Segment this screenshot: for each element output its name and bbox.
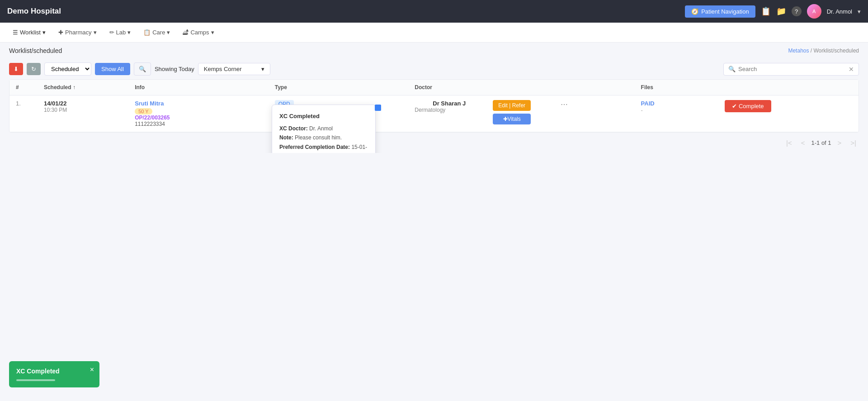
doctor-name[interactable]: Dr. Anmol — [827, 8, 852, 15]
show-all-button[interactable]: Show All — [95, 63, 130, 75]
search-icon: 🔍 — [728, 66, 736, 72]
avatar: A — [807, 4, 821, 19]
refresh-button[interactable]: ↻ — [27, 63, 41, 75]
complete-button[interactable]: ✔ Complete — [725, 100, 771, 112]
breadcrumb-current: Worklist/scheduled — [814, 48, 859, 54]
col-header-type: Type — [269, 80, 409, 95]
pagination-first-button[interactable]: |< — [783, 138, 795, 148]
col-header-hash: # — [9, 80, 38, 95]
worklist-arrow-icon: ▾ — [42, 29, 46, 36]
sidebar-item-worklist[interactable]: ☰ Worklist ▾ — [7, 26, 51, 38]
worklist-table-container: # Scheduled ↑ Info Type Doctor Files 1. — [9, 79, 859, 133]
phone: 1112223334 — [135, 121, 262, 127]
showing-today-label: Showing Today — [155, 66, 194, 72]
age-badge: 50 Y — [135, 108, 152, 115]
popup-xc-doctor: XC Doctor: Dr. Anmol — [279, 124, 368, 133]
scheduled-time: 10:30 PM — [44, 107, 122, 113]
popup-note: Note: Please consult him. — [279, 133, 368, 142]
folder-icon[interactable]: 📁 — [776, 6, 786, 16]
camps-icon: 🏕 — [183, 29, 189, 36]
pagination-next-button[interactable]: > — [835, 138, 844, 148]
complete-cell: ✔ Complete — [718, 95, 859, 132]
pagination-prev-button[interactable]: < — [798, 138, 808, 148]
status-select[interactable]: Scheduled — [44, 62, 91, 76]
sidebar-item-pharmacy[interactable]: ✚ Pharmacy ▾ — [53, 26, 102, 38]
paid-label: PAID — [641, 100, 712, 107]
care-arrow-icon: ▾ — [167, 29, 170, 36]
page-title: Worklist/scheduled — [9, 47, 62, 54]
breadcrumb-right: Metahos / Worklist/scheduled — [788, 48, 859, 54]
sub-navigation: ☰ Worklist ▾ ✚ Pharmacy ▾ ✏ Lab ▾ 📋 Care… — [0, 23, 868, 43]
sort-icon: ↑ — [73, 84, 75, 91]
patient-name[interactable]: Sruti Mitra — [135, 100, 262, 107]
toolbar: ⬇ ↻ Scheduled Show All 🔍 Showing Today K… — [0, 59, 868, 79]
files-cell: PAID - — [635, 95, 719, 132]
sidebar-item-lab[interactable]: ✏ Lab ▾ — [104, 26, 137, 38]
topnav-right: 🧭 Patient Navigation 📋 📁 ? A Dr. Anmol ▾ — [685, 4, 861, 19]
bookmark-icon[interactable]: 📋 — [761, 6, 771, 16]
col-header-scheduled[interactable]: Scheduled ↑ — [38, 80, 128, 95]
location-selector[interactable]: Kemps Corner ▾ — [198, 63, 270, 75]
search-input[interactable] — [738, 66, 849, 72]
scheduled-cell: 14/01/22 10:30 PM — [38, 95, 128, 132]
pagination: |< < 1-1 of 1 > >| — [0, 133, 868, 153]
speciality: Dermatology — [415, 107, 466, 113]
pharmacy-icon: ✚ — [58, 29, 63, 36]
search-box: 🔍 ✕ — [723, 63, 859, 76]
scheduled-date: 14/01/22 — [44, 100, 122, 107]
op-id[interactable]: OP/22/003265 — [135, 115, 262, 121]
sidebar-item-care[interactable]: 📋 Care ▾ — [138, 26, 175, 38]
more-options-button[interactable]: ⋯ — [558, 100, 571, 109]
camps-arrow-icon: ▾ — [211, 29, 214, 36]
table-scroll: # Scheduled ↑ Info Type Doctor Files 1. — [9, 80, 859, 132]
worklist-icon: ☰ — [13, 29, 18, 36]
top-navigation: Demo Hospital 🧭 Patient Navigation 📋 📁 ?… — [0, 0, 868, 23]
col-header-doctor: Doctor — [408, 80, 634, 95]
close-icon[interactable]: ✕ — [849, 66, 854, 73]
pagination-last-button[interactable]: >| — [848, 138, 859, 148]
lab-arrow-icon: ▾ — [127, 29, 131, 36]
col-header-actions — [718, 80, 859, 95]
export-button[interactable]: ⬇ — [9, 63, 23, 75]
popup-preferred-date: Preferred Completion Date: 15-01-2022 — [279, 143, 368, 153]
col-header-info: Info — [128, 80, 269, 95]
location-dropdown-icon: ▾ — [261, 66, 264, 72]
doctor-name-cell: Dr Sharan J — [433, 100, 466, 107]
vitals-button[interactable]: ✚Vitals — [493, 114, 531, 124]
breadcrumb-home-link[interactable]: Metahos — [788, 48, 809, 54]
table-row: 1. 14/01/22 10:30 PM Sruti Mitra 50 Y OP… — [9, 95, 859, 132]
row-number: 1. — [9, 95, 38, 132]
search-filter-button[interactable]: 🔍 — [134, 62, 151, 76]
help-icon[interactable]: ? — [792, 6, 802, 16]
pagination-info: 1-1 of 1 — [811, 139, 831, 146]
doctor-dropdown-icon[interactable]: ▾ — [858, 8, 861, 15]
doctor-cell: Dr Sharan J Dermatology Edit | Refer ✚Vi… — [408, 95, 634, 132]
sidebar-item-camps[interactable]: 🏕 Camps ▾ — [177, 26, 219, 38]
breadcrumb: Worklist/scheduled Metahos / Worklist/sc… — [0, 43, 868, 59]
app-title: Demo Hospital — [7, 7, 61, 16]
care-icon: 📋 — [143, 29, 151, 36]
blue-indicator — [375, 105, 381, 111]
worklist-table: # Scheduled ↑ Info Type Doctor Files 1. — [9, 80, 859, 132]
patient-navigation-button[interactable]: 🧭 Patient Navigation — [685, 5, 755, 18]
col-header-files: Files — [635, 80, 719, 95]
info-cell: Sruti Mitra 50 Y OP/22/003265 1112223334 — [128, 95, 269, 132]
lab-icon: ✏ — [109, 29, 114, 36]
nav-icon: 🧭 — [691, 8, 698, 15]
action-buttons: Edit | Refer ✚Vitals — [493, 100, 531, 124]
files-dash: - — [641, 107, 712, 114]
edit-refer-button[interactable]: Edit | Refer — [493, 100, 531, 111]
xc-popup-title: XC Completed — [279, 111, 368, 121]
xc-popup: XC Completed XC Doctor: Dr. Anmol Note: … — [272, 105, 376, 153]
pharmacy-arrow-icon: ▾ — [94, 29, 97, 36]
